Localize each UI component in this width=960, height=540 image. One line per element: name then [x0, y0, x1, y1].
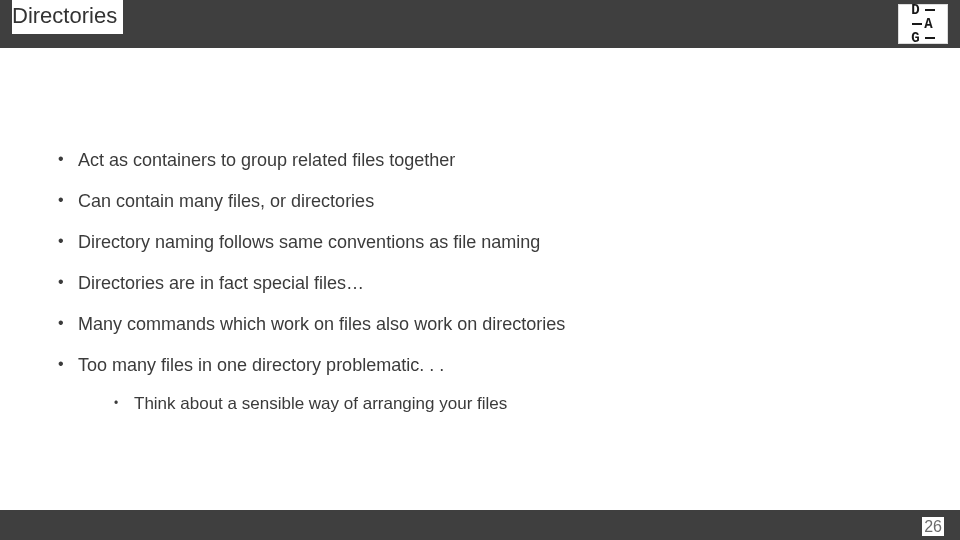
list-item: Act as containers to group related files… — [50, 150, 910, 171]
footer-bar — [0, 510, 960, 540]
brand-logo: D A G — [898, 4, 948, 44]
title-block: Directories — [12, 0, 123, 34]
page-number: 26 — [922, 517, 944, 536]
list-item: Directories are in fact special files… — [50, 273, 910, 294]
sub-bullet-list: Think about a sensible way of arranging … — [78, 394, 910, 414]
slide: Directories D A G Act as containers to g… — [0, 0, 960, 540]
bullet-text: Too many files in one directory problema… — [78, 355, 444, 375]
list-item: Many commands which work on files also w… — [50, 314, 910, 335]
bullet-text: Act as containers to group related files… — [78, 150, 455, 170]
bullet-text: Can contain many files, or directories — [78, 191, 374, 211]
list-item: Directory naming follows same convention… — [50, 232, 910, 253]
list-item: Think about a sensible way of arranging … — [78, 394, 910, 414]
bullet-text: Directory naming follows same convention… — [78, 232, 540, 252]
header-bar: Directories D A G — [0, 0, 960, 48]
list-item: Too many files in one directory problema… — [50, 355, 910, 414]
bullet-text: Think about a sensible way of arranging … — [134, 394, 507, 413]
bullet-text: Many commands which work on files also w… — [78, 314, 565, 334]
bullet-text: Directories are in fact special files… — [78, 273, 364, 293]
list-item: Can contain many files, or directories — [50, 191, 910, 212]
bullet-list: Act as containers to group related files… — [50, 150, 910, 414]
slide-title: Directories — [12, 3, 117, 29]
content-area: Act as containers to group related files… — [50, 150, 910, 434]
